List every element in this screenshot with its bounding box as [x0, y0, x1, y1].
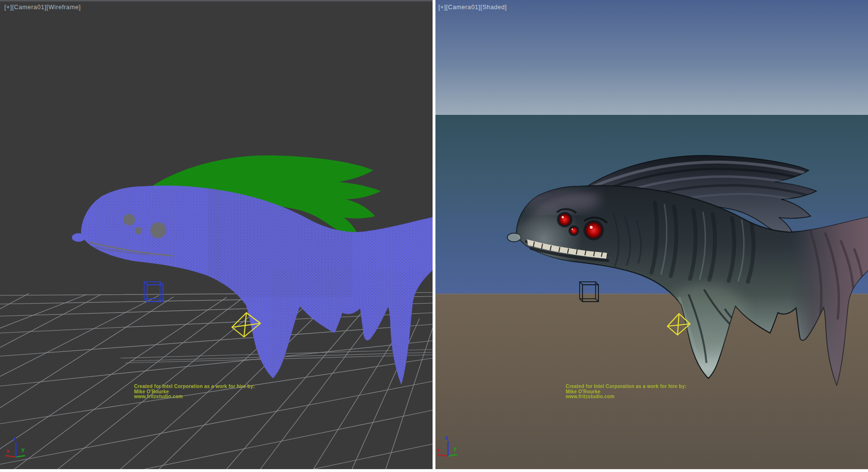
axis-x-line [437, 455, 448, 456]
split-viewport-stage: [+][Camera01][Wireframe] Created for Int… [0, 0, 868, 472]
viewport-shaded[interactable]: [+][Camera01][Shaded] Created for Intel … [435, 0, 868, 469]
scene-attribution: Created for Intel Corporation as a work … [566, 384, 730, 400]
viewport-label-shaded[interactable]: [+][Camera01][Shaded] [438, 4, 507, 11]
fish-eye-tiny [135, 227, 142, 235]
bottom-edge [0, 469, 868, 472]
attribution-line: www.fritzstudio.com [566, 394, 730, 400]
axis-y-label: y [21, 446, 25, 453]
axis-gizmo: x y z [435, 434, 462, 462]
fish-eye-small [123, 214, 135, 225]
axis-y-line [448, 455, 457, 456]
axis-x-label: x [437, 447, 440, 453]
viewport-wireframe[interactable]: [+][Camera01][Wireframe] Created for Int… [0, 0, 433, 469]
attribution-line: Created for Intel Corporation as a work … [566, 384, 730, 389]
axis-z-label: z [13, 436, 16, 442]
viewport-top-edge [0, 0, 433, 1]
axis-x-label: x [6, 448, 10, 454]
attribution-line: Created for Intel Corporation as a work … [134, 384, 298, 389]
viewport-label-wireframe[interactable]: [+][Camera01][Wireframe] [4, 4, 81, 11]
fish-eye-large [586, 222, 602, 238]
scene-attribution: Created for Intel Corporation as a work … [134, 384, 298, 400]
axis-y-label: y [453, 445, 457, 452]
axis-x-line [5, 456, 16, 457]
axis-z-label: z [445, 435, 448, 441]
fish-eye-tiny [570, 227, 578, 235]
sky-upper [435, 0, 868, 115]
fish-eye-small [559, 214, 570, 225]
axis-y-line [16, 456, 25, 457]
fish-eye-large [150, 222, 166, 238]
axis-gizmo: x y z [3, 435, 32, 463]
attribution-line: www.fritzstudio.com [134, 394, 298, 400]
